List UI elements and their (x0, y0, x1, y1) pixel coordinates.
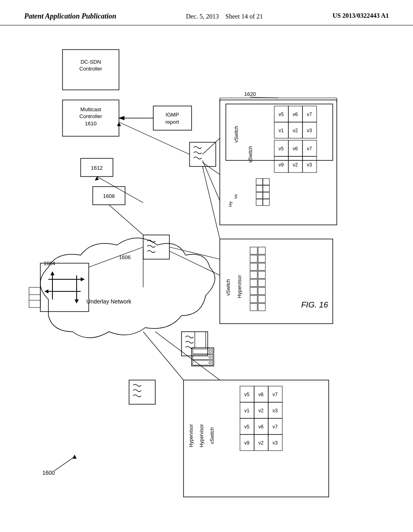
v7b-label: v7 (307, 146, 312, 152)
svg-rect-41 (250, 303, 257, 311)
svg-marker-99 (73, 455, 77, 459)
svg-rect-70 (143, 235, 169, 259)
v1-bot-label: v1 (244, 408, 250, 414)
svg-line-84 (202, 162, 220, 175)
svg-rect-18 (256, 179, 263, 185)
vs-top-label: vs (233, 194, 238, 199)
v6-bot2-label: v6 (259, 424, 264, 430)
svg-rect-29 (250, 255, 257, 262)
svg-rect-43 (184, 380, 329, 497)
v6-label: v6 (293, 112, 298, 117)
svg-rect-32 (258, 263, 265, 270)
ref-1608: 1608 (103, 193, 115, 199)
svg-rect-31 (250, 263, 257, 270)
v3-bot2-label: v3 (273, 440, 278, 446)
ref-1612: 1612 (91, 165, 103, 171)
v5-bot2-label: v5 (244, 424, 250, 430)
svg-line-86 (202, 166, 220, 239)
svg-line-89 (109, 205, 143, 235)
svg-rect-20 (256, 185, 263, 192)
v7-bot-label: v7 (273, 392, 278, 397)
svg-rect-28 (258, 247, 265, 254)
svg-rect-37 (250, 287, 257, 295)
svg-line-93 (169, 251, 220, 275)
hypervisor-bot2-label: Hypervisor (199, 424, 204, 447)
v3-bot-label: v3 (273, 408, 278, 414)
svg-rect-36 (258, 279, 265, 287)
v3-label: v3 (307, 128, 312, 133)
v1-label: v1 (279, 128, 284, 133)
publication-date: Dec. 5, 2013 (186, 13, 219, 20)
controller-mc-label: Controller (79, 113, 102, 119)
vswitch-bot-label: vSwitch (209, 428, 215, 444)
publication-date-sheet: Dec. 5, 2013 Sheet 14 of 21 (186, 12, 263, 21)
ref-1620: 1620 (244, 91, 256, 97)
svg-marker-64 (50, 271, 54, 275)
svg-point-80 (209, 362, 211, 364)
v9-label: v9 (279, 162, 284, 168)
svg-rect-21 (263, 185, 269, 192)
svg-line-90 (89, 247, 143, 267)
svg-rect-34 (258, 271, 265, 278)
svg-rect-33 (250, 271, 257, 278)
patent-number: US 2013/0322443 A1 (332, 12, 389, 19)
svg-line-94 (143, 332, 184, 380)
svg-rect-19 (263, 179, 269, 185)
svg-rect-30 (258, 255, 265, 262)
v5b-label: v5 (279, 146, 284, 152)
svg-rect-58 (40, 263, 89, 312)
svg-rect-40 (258, 295, 265, 303)
svg-rect-74 (192, 348, 214, 366)
svg-line-81 (119, 122, 190, 154)
svg-rect-39 (250, 295, 257, 303)
ref-1600: 1600 (42, 470, 55, 476)
v3b-label: v3 (307, 162, 312, 168)
svg-rect-38 (258, 287, 265, 295)
v7-bot2-label: v7 (273, 424, 278, 430)
svg-point-79 (209, 356, 211, 358)
svg-rect-67 (29, 287, 40, 308)
v2-label: v2 (293, 128, 298, 133)
svg-rect-73 (129, 380, 155, 404)
v2-bot-label: v2 (259, 408, 264, 414)
igmp-label: IGMP (165, 112, 179, 118)
svg-rect-75 (193, 349, 213, 354)
svg-point-78 (209, 350, 211, 353)
svg-line-98 (54, 457, 75, 471)
hyp-top-label: Hy (228, 201, 233, 207)
diagram-area: DC-SDN Controller Multicast Controller 1… (0, 25, 413, 517)
svg-rect-22 (256, 192, 263, 199)
svg-rect-42 (258, 303, 265, 311)
v5-label: v5 (279, 112, 284, 117)
svg-rect-77 (193, 360, 213, 365)
report-label: report (165, 119, 179, 125)
svg-marker-62 (44, 289, 48, 293)
svg-marker-66 (75, 299, 79, 303)
v2-bot2-label: v2 (259, 440, 264, 446)
svg-rect-23 (263, 192, 269, 199)
svg-line-83 (202, 138, 220, 154)
v6b-label: v6 (293, 146, 298, 152)
vswitch-top2-label: vSwitch (248, 146, 253, 163)
svg-rect-25 (263, 199, 269, 206)
v9-bot-label: v9 (244, 440, 250, 446)
v5-bot-label: v5 (244, 392, 250, 397)
page-header: Patent Application Publication Dec. 5, 2… (0, 0, 413, 25)
dc-sdn-label: DC-SDN (81, 59, 101, 65)
controller-top-label: Controller (79, 66, 102, 72)
underlay-label: Underlay Network (86, 298, 131, 305)
multicast-label: Multicast (80, 106, 101, 112)
v6-bot-label: v6 (259, 392, 264, 397)
patent-diagram: DC-SDN Controller Multicast Controller 1… (0, 25, 413, 517)
svg-rect-24 (256, 199, 263, 206)
svg-line-92 (169, 247, 220, 259)
figure-label: FIG. 16 (301, 300, 329, 309)
sheet-info: Sheet 14 of 21 (225, 13, 263, 20)
v2b-label: v2 (293, 162, 298, 168)
publication-title: Patent Application Publication (24, 12, 116, 21)
svg-rect-35 (250, 279, 257, 287)
v7-label: v7 (307, 112, 312, 117)
ref-1610: 1610 (85, 121, 97, 127)
vswitch-mid-label: vSwitch (225, 279, 231, 296)
svg-rect-2 (153, 106, 192, 130)
